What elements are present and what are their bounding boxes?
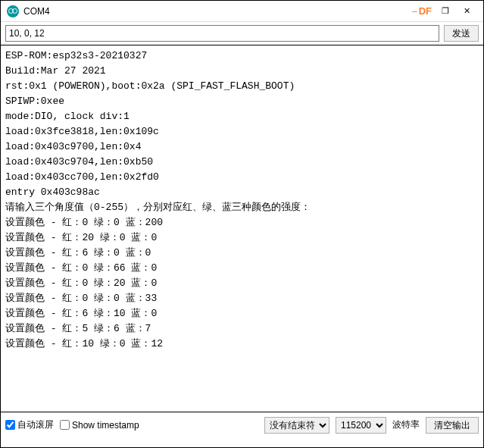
autoscroll-checkbox[interactable] — [5, 420, 15, 430]
restore-button[interactable]: ❐ — [435, 4, 456, 19]
show-timestamp-label[interactable]: Show timestamp — [60, 420, 139, 431]
window-title: COM4 — [23, 6, 50, 17]
input-row: 发送 — [1, 22, 483, 45]
baud-label: 波特率 — [392, 418, 420, 431]
send-button[interactable]: 发送 — [444, 25, 479, 42]
line-ending-select[interactable]: 没有结束符 — [264, 417, 329, 434]
bottom-bar: 自动滚屏 Show timestamp 没有结束符 115200 波特率 清空输… — [1, 412, 483, 437]
arduino-icon — [7, 5, 19, 17]
close-button[interactable]: ✕ — [456, 4, 477, 19]
df-label: DF — [419, 5, 432, 17]
title-bar: COM4 – DF ❐ ✕ — [1, 1, 483, 22]
dash-text: – — [412, 6, 417, 17]
autoscroll-text: 自动滚屏 — [17, 418, 54, 431]
show-timestamp-text: Show timestamp — [72, 420, 139, 431]
show-timestamp-checkbox[interactable] — [60, 420, 70, 430]
serial-input[interactable] — [5, 25, 439, 42]
clear-output-button[interactable]: 清空输出 — [426, 417, 479, 434]
autoscroll-label[interactable]: 自动滚屏 — [5, 418, 54, 431]
console-output: ESP-ROM:esp32s3-20210327 Build:Mar 27 20… — [1, 45, 483, 412]
baud-select[interactable]: 115200 — [336, 417, 386, 434]
